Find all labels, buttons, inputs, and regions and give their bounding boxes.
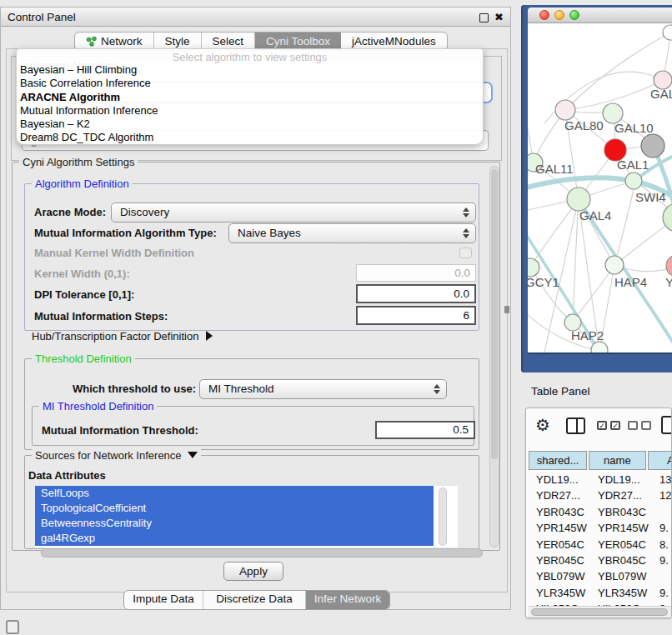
- settings-horizontal-scrollbar[interactable]: [41, 548, 483, 558]
- bottom-tab-infer-network[interactable]: Infer Network: [306, 591, 389, 609]
- algorithm-option-aracne-algorithm[interactable]: ARACNE Algorithm: [17, 91, 483, 104]
- tab-cyni-toolbox[interactable]: Cyni Toolbox: [255, 32, 341, 50]
- sources-legend-label: Sources for Network Inference: [35, 449, 182, 462]
- tab-style[interactable]: Style: [154, 32, 202, 50]
- network-node-y[interactable]: [666, 255, 672, 277]
- table-row[interactable]: YLR345WYLR345W9.: [529, 585, 672, 601]
- deselect-all-checkboxes-icon[interactable]: [628, 421, 651, 430]
- column-header-shared[interactable]: shared...: [529, 451, 587, 470]
- checked-box-icon: ✓: [610, 421, 620, 430]
- gear-icon[interactable]: ⚙: [535, 415, 550, 435]
- table-panel-window: ⚙ ✓ ✓ shared...nameA YDL19...YDL19...13Y…: [525, 408, 672, 618]
- node-label-gal1: GAL1: [617, 158, 649, 172]
- table-cell: YPR145W: [594, 520, 657, 536]
- network-nodes: GALGAL80GAL10GAL1SWI4GAL11GAL4GCY1HAP4YH…: [528, 25, 672, 352]
- mi-algorithm-type-value: Naive Bayes: [238, 227, 301, 239]
- settings-vertical-scrollbar[interactable]: [489, 166, 499, 548]
- column-header-name[interactable]: name: [589, 451, 645, 470]
- tab-select[interactable]: Select: [202, 32, 256, 50]
- control-panel-window: Control Panel ✖ NetworkStyleSelectCyni T…: [0, 7, 511, 610]
- collapse-down-icon[interactable]: [188, 452, 198, 458]
- table-cell: YDL19...: [529, 472, 594, 488]
- sources-legend[interactable]: Sources for Network Inference: [32, 449, 201, 462]
- new-column-icon[interactable]: [661, 416, 672, 434]
- network-graph-icon: [86, 36, 97, 47]
- kernel-width-field[interactable]: 0.0: [356, 264, 476, 282]
- tab-label: Style: [165, 35, 190, 48]
- mi-algorithm-type-combobox[interactable]: Naive Bayes: [228, 223, 476, 243]
- apply-button[interactable]: Apply: [223, 562, 283, 581]
- minimized-panel-icon[interactable]: [6, 620, 19, 634]
- network-node-gal4[interactable]: [567, 188, 590, 211]
- attribute-item-selfloops[interactable]: SelfLoops: [35, 486, 434, 501]
- network-node[interactable]: [641, 134, 664, 158]
- unchecked-box-icon: [641, 421, 651, 430]
- network-node-swi4[interactable]: [625, 172, 642, 189]
- attributes-scrollbar[interactable]: [439, 488, 447, 546]
- algorithm-option-mutual-information-inference[interactable]: Mutual Information Inference: [17, 104, 483, 118]
- attribute-item-gal4rgexp[interactable]: gal4RGexp: [35, 531, 434, 546]
- settings-vertical-scrollbar-thumb[interactable]: [491, 169, 498, 459]
- algorithm-dropdown-items: Bayesian – Hill ClimbingBasic Correlatio…: [17, 63, 483, 145]
- float-window-icon[interactable]: [479, 13, 489, 22]
- split-pane-divider[interactable]: [504, 306, 509, 313]
- table-cell: 8.: [657, 537, 672, 552]
- attribute-item-betweennesscentrality[interactable]: BetweennessCentrality: [35, 516, 434, 531]
- data-attributes-list[interactable]: SelfLoopsTopologicalCoefficientBetweenne…: [35, 486, 458, 548]
- network-node[interactable]: [663, 25, 672, 40]
- table-panel-title: Table Panel: [531, 385, 590, 398]
- table-cell: YBR043C: [594, 504, 657, 520]
- bottom-tab-discretize-data[interactable]: Discretize Data: [203, 591, 306, 609]
- table-horizontal-scrollbar[interactable]: [529, 606, 672, 618]
- network-node-gcy1[interactable]: [528, 258, 539, 277]
- table-row[interactable]: YBL079WYBL079W: [529, 568, 672, 584]
- which-threshold-combobox[interactable]: MI Threshold: [199, 379, 447, 399]
- network-edge: [614, 218, 672, 265]
- table-cell: 9.: [657, 552, 672, 568]
- network-canvas[interactable]: GALGAL80GAL10GAL1SWI4GAL11GAL4GCY1HAP4YH…: [528, 23, 672, 352]
- hub-transcription-factor-label: Hub/Transcription Factor Definition: [32, 330, 198, 342]
- dpi-tolerance-field[interactable]: 0.0: [356, 284, 476, 303]
- algorithm-option-basic-correlation-inference[interactable]: Basic Correlation Inference: [17, 77, 483, 90]
- aracne-mode-combobox[interactable]: Discovery: [111, 202, 476, 222]
- network-node-gal80[interactable]: [555, 100, 575, 120]
- table-cell: [657, 504, 672, 520]
- expand-right-icon[interactable]: [206, 331, 213, 341]
- network-highlight-edges: [528, 147, 672, 352]
- table-row[interactable]: YBR045CYBR045C9.: [529, 552, 672, 568]
- unchecked-box-icon: [628, 421, 638, 430]
- stepper-arrows-icon: [434, 384, 440, 394]
- table-row[interactable]: YER054CYER054C8.: [529, 537, 672, 552]
- control-panel-title: Control Panel: [8, 8, 76, 27]
- algorithm-option-bayesian-k2[interactable]: Bayesian – K2: [17, 118, 483, 131]
- node-label-hap4: HAP4: [614, 275, 647, 289]
- algorithm-option-bayesian-hill-climbing[interactable]: Bayesian – Hill Climbing: [17, 63, 483, 77]
- column-header-a[interactable]: A: [648, 451, 672, 470]
- table-row[interactable]: YDL19...YDL19...13: [529, 472, 672, 488]
- columns-icon[interactable]: [566, 418, 585, 434]
- table-rows: YDL19...YDL19...13YDR27...YDR27...12YBR0…: [529, 472, 672, 606]
- mi-steps-field[interactable]: 6: [356, 306, 476, 325]
- tab-jactivemnodules[interactable]: jActiveMNodules: [341, 32, 447, 50]
- table-cell: 9.: [657, 585, 672, 601]
- algorithm-option-dream8-dc-tdc-algorithm[interactable]: Dream8 DC_TDC Algorithm: [17, 131, 483, 144]
- close-icon[interactable]: ✖: [494, 10, 504, 24]
- bottom-tab-impute-data[interactable]: Impute Data: [124, 591, 203, 609]
- table-row[interactable]: YPR145WYPR145W9.: [529, 520, 672, 536]
- manual-kernel-width-checkbox[interactable]: [459, 248, 472, 258]
- select-all-checkboxes-icon[interactable]: ✓ ✓: [597, 421, 620, 430]
- table-cell: YBL079W: [594, 568, 657, 584]
- table-row[interactable]: YDR27...YDR27...12: [529, 488, 672, 503]
- mi-threshold-field[interactable]: 0.5: [375, 421, 475, 439]
- minimize-light-icon[interactable]: [554, 10, 564, 20]
- network-node-hap4[interactable]: [605, 256, 624, 274]
- table-row[interactable]: YBR043CYBR043C: [529, 504, 672, 520]
- tab-network[interactable]: Network: [75, 32, 154, 50]
- zoom-light-icon[interactable]: [569, 10, 579, 20]
- threshold-definition-group: Threshold Definition Which threshold to …: [24, 358, 479, 450]
- close-light-icon[interactable]: [539, 10, 549, 20]
- table-header-row: shared...nameA: [529, 450, 672, 471]
- table-cell: 13: [657, 472, 672, 488]
- attribute-item-topologicalcoefficient[interactable]: TopologicalCoefficient: [35, 501, 434, 516]
- hub-transcription-factor-section[interactable]: Hub/Transcription Factor Definition: [32, 328, 213, 345]
